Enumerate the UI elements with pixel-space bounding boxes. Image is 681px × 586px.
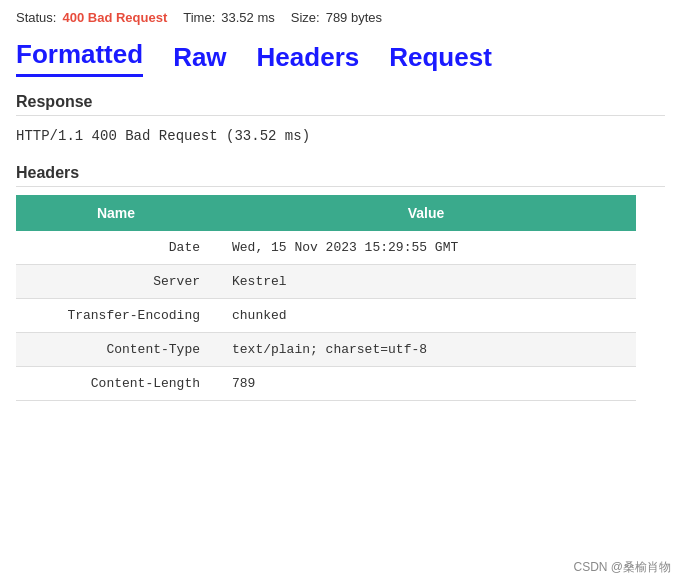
- header-name-cell: Transfer-Encoding: [16, 299, 216, 333]
- status-bar: Status: 400 Bad Request Time: 33.52 ms S…: [0, 0, 681, 33]
- headers-section: Headers Name Value DateWed, 15 Nov 2023 …: [16, 164, 665, 401]
- response-line: HTTP/1.1 400 Bad Request (33.52 ms): [16, 128, 665, 144]
- table-row: Content-Typetext/plain; charset=utf-8: [16, 333, 636, 367]
- header-name-cell: Content-Length: [16, 367, 216, 401]
- status-label: Status:: [16, 10, 56, 25]
- table-row: ServerKestrel: [16, 265, 636, 299]
- watermark: CSDN @桑榆肖物: [573, 559, 671, 576]
- header-name-cell: Date: [16, 231, 216, 265]
- time-value: 33.52 ms: [221, 10, 274, 25]
- table-row: Transfer-Encodingchunked: [16, 299, 636, 333]
- tab-headers[interactable]: Headers: [257, 42, 360, 77]
- table-row: DateWed, 15 Nov 2023 15:29:55 GMT: [16, 231, 636, 265]
- header-value-cell: chunked: [216, 299, 636, 333]
- header-value-cell: 789: [216, 367, 636, 401]
- headers-title: Headers: [16, 164, 665, 187]
- tab-request[interactable]: Request: [389, 42, 492, 77]
- tab-formatted[interactable]: Formatted: [16, 39, 143, 77]
- response-section: Response HTTP/1.1 400 Bad Request (33.52…: [16, 93, 665, 144]
- header-value-cell: text/plain; charset=utf-8: [216, 333, 636, 367]
- header-value-cell: Kestrel: [216, 265, 636, 299]
- headers-table: Name Value DateWed, 15 Nov 2023 15:29:55…: [16, 195, 636, 401]
- content-area: Response HTTP/1.1 400 Bad Request (33.52…: [0, 77, 681, 417]
- status-value: 400 Bad Request: [62, 10, 167, 25]
- header-value-cell: Wed, 15 Nov 2023 15:29:55 GMT: [216, 231, 636, 265]
- size-value: 789 bytes: [326, 10, 382, 25]
- header-name-cell: Server: [16, 265, 216, 299]
- col-value-header: Value: [216, 195, 636, 231]
- size-label: Size:: [291, 10, 320, 25]
- tab-raw[interactable]: Raw: [173, 42, 226, 77]
- tabs-bar: Formatted Raw Headers Request: [0, 33, 681, 77]
- header-name-cell: Content-Type: [16, 333, 216, 367]
- table-row: Content-Length789: [16, 367, 636, 401]
- response-title: Response: [16, 93, 665, 116]
- time-label: Time:: [183, 10, 215, 25]
- col-name-header: Name: [16, 195, 216, 231]
